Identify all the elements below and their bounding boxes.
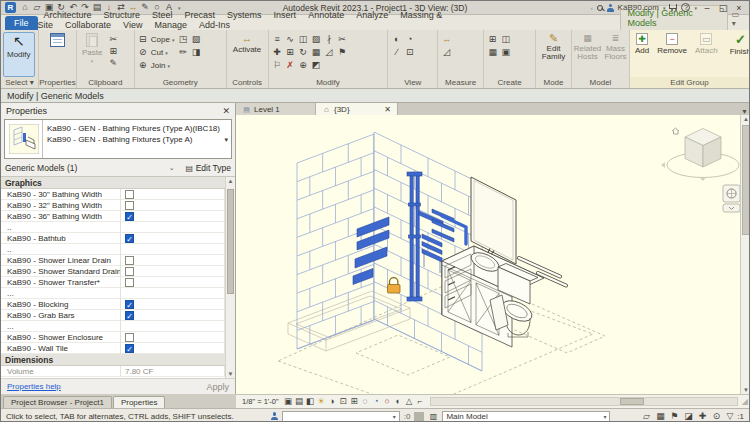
create-parts-icon[interactable]: ⊞ bbox=[486, 34, 499, 47]
temporary-hide-isolate-icon[interactable]: ◔ bbox=[371, 396, 382, 407]
rotate-icon[interactable]: ↻ bbox=[297, 47, 310, 60]
cut-profile-icon[interactable]: ◳ bbox=[176, 34, 189, 47]
home-icon[interactable]: ⌂ bbox=[19, 2, 31, 13]
create-group-icon[interactable]: ▦ bbox=[486, 47, 499, 60]
param-checkbox[interactable] bbox=[125, 333, 134, 342]
mass-floors-button[interactable]: ≣ Mass Floors bbox=[603, 32, 628, 77]
unlocked-view-icon[interactable]: ◌ bbox=[360, 396, 371, 407]
param-checkbox[interactable] bbox=[125, 256, 134, 265]
offset-icon[interactable]: ∿ bbox=[284, 34, 297, 47]
param-checkbox[interactable]: ✓ bbox=[125, 300, 134, 309]
mirror-draw-axis-icon[interactable]: ▨ bbox=[310, 34, 323, 47]
param-checkbox[interactable]: ✓ bbox=[125, 212, 134, 221]
param-checkbox[interactable]: ✓ bbox=[125, 311, 134, 320]
show-rendering-dialog-icon[interactable]: ▣ bbox=[283, 396, 294, 407]
override-graphics-icon[interactable]: ◐ bbox=[390, 34, 403, 47]
user-menu-caret-icon[interactable]: ▾ bbox=[663, 5, 666, 11]
scale-icon[interactable]: ◿ bbox=[323, 47, 336, 60]
scroll-up-icon[interactable]: ▲ bbox=[226, 178, 235, 184]
section-header[interactable]: Graphics bbox=[1, 177, 225, 189]
design-option-dropdown[interactable]: Main Model▾ bbox=[442, 411, 610, 422]
panel-label-model[interactable]: Model bbox=[572, 77, 629, 88]
background-process-icon[interactable]: ⊙ bbox=[710, 411, 722, 422]
filter-icon[interactable]: ▽ bbox=[726, 411, 733, 421]
minimize-button[interactable]: – bbox=[701, 3, 713, 13]
panel-label-create[interactable]: Create bbox=[484, 77, 535, 88]
param-checkbox[interactable] bbox=[125, 278, 134, 287]
panel-label-edit-group[interactable]: Edit Group bbox=[630, 77, 749, 88]
scroll-down-icon[interactable]: ▼ bbox=[741, 387, 750, 393]
select-pinned-icon[interactable]: ⚑ bbox=[668, 411, 680, 422]
move-icon[interactable]: ✚ bbox=[271, 47, 284, 60]
canvas-vertical-scrollbar[interactable]: ▲ ▼ bbox=[740, 115, 750, 394]
signed-in-user[interactable]: KaB90.com bbox=[618, 3, 659, 12]
view-tab-3d[interactable]: ⌂ {3D} ✕ bbox=[316, 103, 398, 115]
help-icon[interactable]: ? bbox=[681, 3, 690, 12]
sun-path-icon[interactable]: ☀ bbox=[316, 396, 327, 407]
analytical-model-icon[interactable]: △ bbox=[404, 396, 415, 407]
section-header[interactable]: Dimensions bbox=[1, 354, 225, 366]
panel-label-properties[interactable]: Properties bbox=[39, 77, 76, 88]
panel-label-geometry[interactable]: Geometry bbox=[135, 77, 226, 88]
panel-label-mode[interactable]: Mode bbox=[536, 77, 571, 88]
paste-button[interactable]: Paste ▾ bbox=[79, 32, 105, 77]
edit-family-button[interactable]: ✎ Edit Family bbox=[538, 32, 569, 77]
viewcube[interactable] bbox=[661, 128, 740, 181]
close-properties-icon[interactable]: ✕ bbox=[222, 106, 230, 116]
tab-annotate[interactable]: Annotate bbox=[302, 8, 350, 22]
tab-file[interactable]: File bbox=[5, 16, 38, 30]
tab-project-browser[interactable]: Project Browser - Project1 bbox=[3, 396, 112, 408]
collapse-icon[interactable]: ‹ bbox=[591, 5, 593, 11]
attach-button[interactable]: ▭ Attach bbox=[692, 32, 721, 77]
remove-from-group-button[interactable]: − Remove bbox=[654, 32, 690, 77]
modify-button[interactable]: ↖ Modify bbox=[3, 32, 35, 77]
scrollbar-thumb[interactable] bbox=[742, 125, 750, 235]
edit-type-button[interactable]: ▤ Edit Type bbox=[185, 163, 231, 174]
pin-lock-icon[interactable] bbox=[388, 278, 401, 293]
shower-seat-selected[interactable] bbox=[422, 234, 442, 273]
add-to-group-button[interactable]: ✚ Add bbox=[632, 32, 652, 77]
param-checkbox[interactable] bbox=[125, 267, 134, 276]
scrollbar-thumb[interactable] bbox=[620, 398, 644, 405]
create-assembly-icon[interactable]: ◫ bbox=[499, 34, 512, 47]
finish-button[interactable]: ✓ Finish bbox=[727, 32, 750, 77]
join-geometry-icon[interactable]: ⊕ bbox=[297, 60, 310, 73]
mirror-pick-axis-icon[interactable]: ◫ bbox=[297, 34, 310, 47]
reveal-hidden-elements-icon[interactable]: ○ bbox=[382, 396, 393, 407]
create-similar-icon[interactable]: ▣ bbox=[499, 47, 512, 60]
type-selector-caret-icon[interactable]: ▾ bbox=[224, 136, 228, 144]
crop-view-icon[interactable]: ⊡ bbox=[338, 396, 349, 407]
hide-in-view-icon[interactable]: ◔ bbox=[403, 34, 416, 47]
displace-elements-icon[interactable]: ⊡ bbox=[403, 47, 416, 60]
slat-panel-selected[interactable] bbox=[432, 209, 454, 242]
element-category-count[interactable]: Generic Models (1) bbox=[5, 163, 77, 173]
close-button[interactable]: × bbox=[733, 3, 745, 13]
panel-label-clipboard[interactable]: Clipboard bbox=[77, 77, 134, 88]
measure-between-refs-icon[interactable]: ↔ bbox=[440, 34, 453, 47]
paint-surface-icon[interactable]: ◩ bbox=[310, 60, 323, 73]
join-button[interactable]: ⊕Join▾ bbox=[137, 60, 175, 71]
temporary-view-properties-icon[interactable]: ◐ bbox=[393, 396, 404, 407]
navigation-bar[interactable] bbox=[723, 185, 740, 212]
detail-level-icon[interactable]: ▤ bbox=[294, 396, 305, 407]
constraints-icon[interactable]: ⌐ bbox=[415, 396, 426, 407]
split-element-icon[interactable]: ∤ bbox=[323, 34, 336, 47]
resize-grip-icon[interactable]: ◢ bbox=[742, 397, 748, 406]
panel-label-select[interactable]: Select ▾ bbox=[1, 77, 38, 88]
paint-icon[interactable]: ✏ bbox=[176, 47, 189, 60]
restore-button[interactable]: ◱ bbox=[717, 3, 729, 13]
param-checkbox[interactable] bbox=[125, 201, 134, 210]
tab-properties[interactable]: Properties bbox=[113, 396, 165, 408]
revit-app-button[interactable]: R bbox=[5, 2, 16, 13]
related-hosts-button[interactable]: ▦ Related Hosts bbox=[574, 32, 601, 77]
tab-analyze[interactable]: Analyze bbox=[350, 8, 394, 22]
delete-icon[interactable]: ✗ bbox=[284, 60, 297, 73]
user-avatar-icon[interactable] bbox=[607, 4, 614, 12]
scrollbar-thumb[interactable] bbox=[227, 189, 234, 294]
select-underlay-icon[interactable]: ▦ bbox=[654, 411, 666, 422]
linework-icon[interactable]: ∕ bbox=[390, 47, 403, 60]
close-view-icon[interactable]: ✕ bbox=[384, 105, 391, 114]
unpin-icon[interactable]: ⚐ bbox=[271, 60, 284, 73]
element-dropdown-caret-icon[interactable]: ⌄ bbox=[169, 164, 175, 172]
help-menu-caret-icon[interactable]: ▾ bbox=[694, 5, 697, 11]
